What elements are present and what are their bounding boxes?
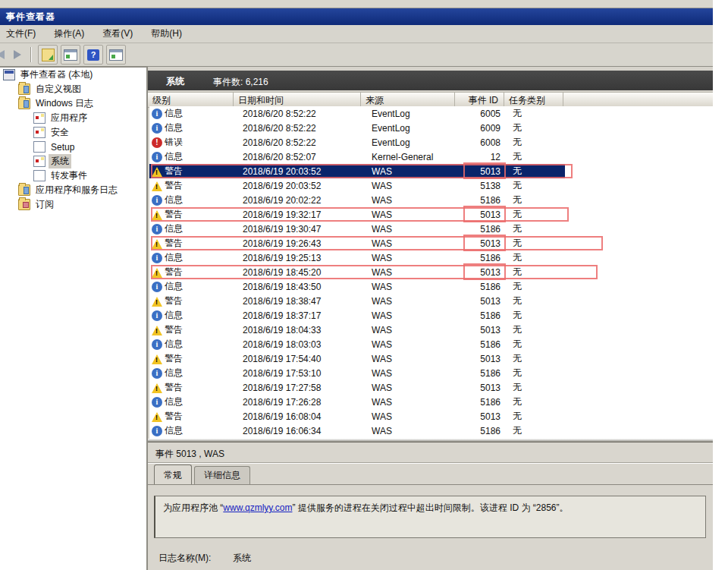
properties-window-button[interactable]: [61, 45, 80, 65]
event-row[interactable]: 警告2018/6/19 16:08:04WAS5013无: [149, 409, 565, 424]
event-row[interactable]: i信息2018/6/19 19:25:13WAS5186无: [149, 250, 565, 265]
event-row[interactable]: i信息2018/6/20 8:52:22EventLog6005无: [149, 106, 565, 121]
datetime-cell: 2018/6/19 17:26:28: [235, 397, 362, 408]
event-row[interactable]: i信息2018/6/19 20:02:22WAS5186无: [149, 193, 565, 207]
level-text: 警告: [165, 165, 183, 178]
event-row[interactable]: 警告2018/6/19 19:26:43WAS5013无: [149, 236, 565, 250]
category-cell: 无: [506, 323, 565, 336]
menu-bar: 文件(F)操作(A)查看(V)帮助(H): [0, 25, 713, 43]
sidebar-item-label: 转发事件: [49, 168, 89, 183]
menu-item-file[interactable]: 文件(F): [0, 25, 42, 43]
event-id-cell: 5138: [457, 181, 506, 191]
back-arrow-icon[interactable]: [0, 50, 5, 59]
menu-item-view[interactable]: 查看(V): [96, 25, 139, 43]
column-header-event_id[interactable]: 事件 ID: [455, 93, 504, 107]
sidebar-item-windows-logs[interactable]: Windows 日志: [0, 96, 146, 111]
app-pool-link[interactable]: www.qzmlyy.com: [223, 502, 292, 513]
event-row[interactable]: 警告2018/6/19 17:27:58WAS5013无: [149, 380, 565, 395]
log-name-label: 日志名称(M):: [158, 552, 233, 565]
event-row[interactable]: 警告2018/6/19 20:03:52WAS5013无: [149, 164, 565, 178]
log-plain-icon: [33, 141, 46, 153]
sidebar-item-custom-views[interactable]: 自定义视图: [0, 82, 146, 96]
event-row[interactable]: i信息2018/6/19 18:03:03WAS5186无: [149, 337, 565, 351]
sidebar-item-application[interactable]: 应用程序: [0, 111, 146, 125]
sidebar-item-setup[interactable]: Setup: [0, 140, 146, 154]
info-icon: i: [152, 368, 162, 379]
source-cell: WAS: [362, 209, 457, 220]
datetime-cell: 2018/6/19 16:06:34: [235, 426, 362, 436]
window-title: 事件查看器: [6, 11, 55, 24]
source-cell: WAS: [362, 397, 457, 408]
event-viewer-window: 事件查看器 文件(F)操作(A)查看(V)帮助(H) ? 事件查看器 (本地)自…: [0, 0, 728, 570]
tab-general[interactable]: 常规: [154, 465, 192, 484]
event-row[interactable]: i信息2018/6/19 18:37:17WAS5186无: [149, 308, 565, 323]
info-icon: i: [152, 152, 162, 162]
event-row[interactable]: i信息2018/6/20 8:52:07Kernel-General12无: [149, 150, 565, 164]
sidebar-item-forwarded-events[interactable]: 转发事件: [0, 168, 146, 183]
column-header-category[interactable]: 任务类别: [504, 93, 563, 107]
category-cell: 无: [506, 237, 565, 250]
datetime-cell: 2018/6/19 18:04:33: [235, 325, 362, 335]
level-text: 信息: [165, 280, 183, 293]
event-id-cell: 5013: [457, 354, 506, 364]
event-id-cell: 5013: [457, 209, 506, 220]
action-pane-button[interactable]: [106, 45, 126, 65]
event-row[interactable]: i信息2018/6/19 17:26:28WAS5186无: [149, 395, 565, 409]
sidebar-item-system[interactable]: 系统: [0, 154, 146, 168]
column-header-source[interactable]: 来源: [361, 93, 455, 107]
tab-details[interactable]: 详细信息: [194, 466, 250, 484]
event-row[interactable]: i信息2018/6/19 16:06:34WAS5186无: [149, 424, 565, 438]
event-row[interactable]: !错误2018/6/20 8:52:22EventLog6008无: [149, 135, 565, 150]
preview-title: 事件 5013 , WAS: [155, 448, 224, 461]
level-text: 警告: [165, 410, 183, 423]
preview-divider: [148, 462, 713, 463]
sidebar-item-security[interactable]: 安全: [0, 125, 146, 140]
forward-arrow-icon[interactable]: [14, 50, 21, 59]
level-text: 信息: [165, 150, 183, 163]
show-hide-console-tree-button[interactable]: [38, 45, 58, 65]
sidebar-item-event-viewer-local[interactable]: 事件查看器 (本地): [0, 68, 146, 82]
event-row[interactable]: 警告2018/6/19 19:32:17WAS5013无: [149, 207, 565, 222]
event-row[interactable]: 警告2018/6/19 18:38:47WAS5013无: [149, 294, 565, 308]
event-row[interactable]: i信息2018/6/19 18:43:50WAS5186无: [149, 279, 565, 294]
source-cell: WAS: [362, 224, 457, 235]
folder-blue-icon: [18, 184, 30, 196]
category-cell: 无: [506, 150, 565, 163]
event-row[interactable]: 警告2018/6/19 17:54:40WAS5013无: [149, 351, 565, 366]
datetime-cell: 2018/6/19 18:03:03: [235, 339, 362, 350]
datetime-cell: 2018/6/19 18:37:17: [235, 310, 362, 321]
menu-item-action[interactable]: 操作(A): [48, 25, 90, 43]
event-row[interactable]: i信息2018/6/19 19:30:47WAS5186无: [149, 222, 565, 236]
sidebar-item-subscriptions[interactable]: 订阅: [0, 197, 146, 212]
event-id-cell: 6005: [457, 109, 506, 119]
log-name-field: 日志名称(M):系统: [158, 552, 251, 565]
category-cell: 无: [506, 338, 565, 351]
datetime-cell: 2018/6/19 19:30:47: [235, 224, 362, 235]
event-id-cell: 5186: [457, 253, 506, 263]
help-button[interactable]: ?: [83, 45, 103, 65]
message-suffix: ” 提供服务的进程在关闭过程中超出时间限制。该进程 ID 为 “2856”。: [292, 502, 568, 513]
event-row[interactable]: i信息2018/6/19 17:53:10WAS5186无: [149, 366, 565, 380]
event-row[interactable]: 警告2018/6/19 18:04:33WAS5013无: [149, 323, 565, 337]
category-cell: 无: [506, 179, 565, 192]
datetime-cell: 2018/6/19 20:02:22: [235, 195, 362, 206]
log-name: 系统: [166, 75, 184, 88]
event-id-cell: 5186: [457, 339, 506, 350]
datetime-cell: 2018/6/19 16:08:04: [235, 411, 362, 422]
event-row[interactable]: 警告2018/6/19 18:45:20WAS5013无: [149, 265, 565, 279]
event-row[interactable]: i信息2018/6/20 8:52:22EventLog6009无: [149, 121, 565, 135]
info-icon: i: [152, 282, 162, 292]
category-cell: 无: [506, 395, 565, 408]
event-row[interactable]: 警告2018/6/19 20:03:52WAS5138无: [149, 178, 565, 193]
event-id-cell: 5013: [457, 166, 506, 177]
column-header-level[interactable]: 级别: [148, 93, 234, 107]
preview-pane: 事件 5013 , WAS 常规详细信息 为应用程序池 “www.qzmlyy.…: [148, 442, 713, 570]
source-cell: WAS: [362, 383, 457, 393]
source-cell: EventLog: [362, 137, 457, 148]
level-text: 警告: [165, 179, 183, 192]
sidebar-item-applications-services-logs[interactable]: 应用程序和服务日志: [0, 183, 146, 197]
column-header-datetime[interactable]: 日期和时间: [234, 93, 361, 107]
event-id-cell: 6008: [457, 137, 506, 148]
menu-item-help[interactable]: 帮助(H): [145, 25, 188, 43]
event-count: 事件数: 6,216: [213, 76, 268, 89]
